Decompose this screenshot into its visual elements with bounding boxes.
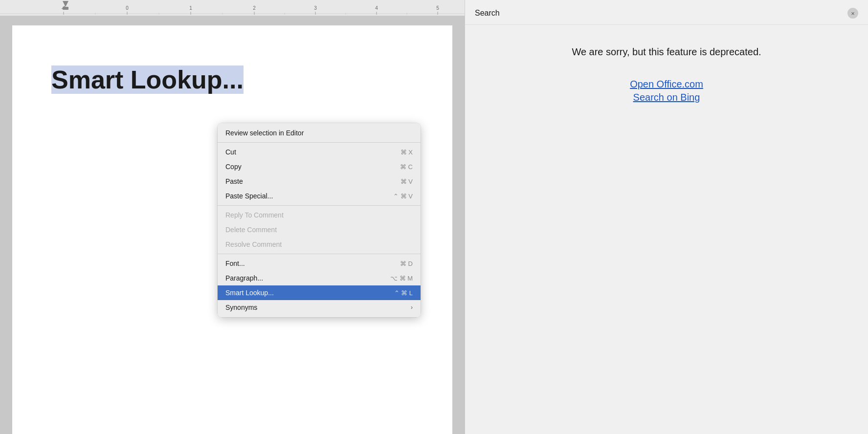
menu-shortcut: ⌃ ⌘ L	[394, 289, 413, 297]
menu-item-delete-comment[interactable]: Delete Comment	[218, 222, 421, 237]
menu-item-paste-special[interactable]: Paste Special... ⌃ ⌘ V	[218, 189, 421, 203]
menu-item-label: Smart Lookup...	[225, 289, 274, 297]
menu-shortcut: ⌘ C	[400, 163, 413, 171]
search-bing-link[interactable]: Search on Bing	[633, 92, 700, 103]
search-links: Open Office.com Search on Bing	[630, 79, 703, 103]
menu-item-label: Paste	[225, 177, 243, 185]
menu-item-font[interactable]: Font... ⌘ D	[218, 256, 421, 271]
svg-text:1: 1	[189, 5, 192, 11]
menu-item-smart-lookup[interactable]: Smart Lookup... ⌃ ⌘ L	[218, 285, 421, 300]
svg-rect-0	[0, 0, 465, 16]
menu-item-review-selection[interactable]: Review selection in Editor	[218, 126, 421, 140]
svg-text:4: 4	[375, 5, 378, 11]
search-header: Search ×	[465, 0, 868, 25]
menu-item-paste[interactable]: Paste ⌘ V	[218, 174, 421, 189]
menu-item-label: Copy	[225, 163, 242, 171]
menu-item-resolve-comment[interactable]: Resolve Comment	[218, 237, 421, 252]
search-panel-title: Search	[475, 9, 500, 18]
search-close-button[interactable]: ×	[847, 8, 858, 19]
menu-shortcut: ⌘ D	[400, 260, 413, 267]
ruler: -1 0 1 2 3 4 5	[0, 0, 465, 16]
search-content: We are sorry, but this feature is deprec…	[465, 25, 868, 434]
svg-text:2: 2	[253, 5, 256, 11]
deprecated-message: We are sorry, but this feature is deprec…	[572, 44, 761, 59]
menu-separator-2	[218, 205, 421, 206]
menu-item-label: Paste Special...	[225, 192, 273, 200]
menu-item-label: Resolve Comment	[225, 240, 282, 248]
menu-item-label: Cut	[225, 148, 236, 156]
svg-text:0: 0	[126, 5, 129, 11]
svg-text:3: 3	[314, 5, 317, 11]
menu-item-copy[interactable]: Copy ⌘ C	[218, 159, 421, 174]
menu-item-synonyms[interactable]: Synonyms ›	[218, 300, 421, 315]
submenu-arrow-icon: ›	[411, 304, 413, 311]
menu-shortcut: ⌃ ⌘ V	[393, 193, 413, 200]
menu-shortcut: ⌥ ⌘ M	[390, 275, 413, 282]
svg-rect-23	[63, 7, 68, 10]
menu-item-label: Reply To Comment	[225, 211, 284, 219]
menu-item-label: Synonyms	[225, 304, 257, 311]
ruler-svg: -1 0 1 2 3 4 5	[0, 0, 465, 16]
document-area: Smart Lookup... Review selection in Edit…	[0, 16, 465, 434]
context-menu: Review selection in Editor Cut ⌘ X Copy …	[218, 123, 421, 317]
open-office-link[interactable]: Open Office.com	[630, 79, 703, 90]
selected-text: Smart Lookup...	[51, 65, 244, 94]
menu-item-label: Delete Comment	[225, 226, 277, 234]
menu-item-label: Paragraph...	[225, 274, 263, 282]
menu-separator-3	[218, 254, 421, 254]
menu-item-reply-to-comment[interactable]: Reply To Comment	[218, 208, 421, 222]
menu-item-cut[interactable]: Cut ⌘ X	[218, 145, 421, 159]
menu-separator-1	[218, 142, 421, 143]
search-panel: Search × We are sorry, but this feature …	[465, 0, 868, 434]
menu-item-paragraph[interactable]: Paragraph... ⌥ ⌘ M	[218, 271, 421, 285]
menu-item-label: Font...	[225, 260, 245, 267]
menu-shortcut: ⌘ X	[401, 149, 413, 156]
menu-item-label: Review selection in Editor	[225, 129, 304, 137]
menu-shortcut: ⌘ V	[401, 178, 413, 185]
svg-text:5: 5	[436, 5, 439, 11]
editor-panel: -1 0 1 2 3 4 5	[0, 0, 465, 434]
